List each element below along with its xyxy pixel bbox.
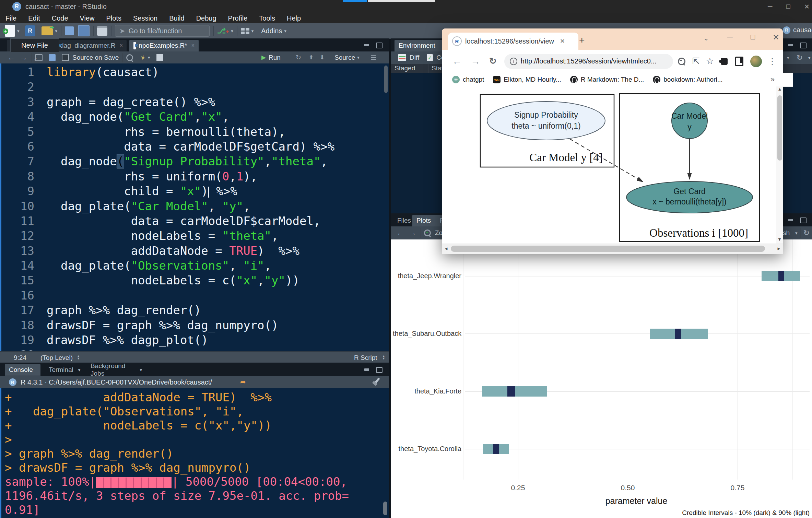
bookmark-r[interactable]: R Markdown: The D... — [570, 76, 644, 83]
vscroll-thumb[interactable] — [777, 95, 782, 161]
maximize-pane-icon[interactable] — [376, 43, 383, 48]
menu-session[interactable]: Session — [133, 14, 157, 22]
zoom-plot-icon[interactable]: + — [424, 229, 431, 236]
run-button[interactable]: ▶ Run — [261, 54, 281, 61]
version-control-icon[interactable]: ⎇+ — [217, 26, 229, 35]
scroll-left-icon[interactable]: ◄ — [444, 246, 448, 251]
editor-tab-npoexamples[interactable]: npoExamples.R*× — [129, 40, 199, 51]
find-icon[interactable] — [126, 54, 133, 61]
file-type-selector[interactable]: R Script — [354, 354, 377, 362]
popout-icon[interactable]: ↗ — [35, 54, 43, 61]
console-scrollbar[interactable] — [383, 502, 387, 515]
publish-label[interactable]: sh — [783, 229, 790, 237]
scroll-right-icon[interactable]: ► — [777, 246, 781, 251]
side-panel-icon[interactable] — [735, 57, 743, 66]
browser-tab[interactable]: R localhost:15296/session/viewhtm ✕ — [448, 33, 578, 50]
close-tab-icon[interactable]: × — [120, 43, 123, 49]
refresh-caret-icon[interactable]: ▾ — [808, 55, 811, 60]
source-down-icon[interactable]: ⬇ — [320, 54, 325, 61]
console-output[interactable]: + addDataNode = TRUE) %>%+ dag_plate("Ob… — [0, 388, 389, 518]
browser-maximize-icon[interactable]: □ — [751, 33, 755, 42]
menu-debug[interactable]: Debug — [196, 14, 216, 22]
pull-caret-icon[interactable]: ▾ — [787, 55, 789, 60]
browser-back-icon[interactable]: ← — [452, 56, 462, 67]
menu-file[interactable]: File — [5, 14, 16, 22]
publish-caret-icon[interactable]: ▾ — [795, 231, 798, 236]
tab-terminal[interactable]: Terminal▾ — [45, 364, 83, 376]
extensions-icon[interactable] — [721, 58, 728, 65]
minimize-button[interactable]: ─ — [768, 3, 772, 10]
scroll-up-icon[interactable]: ▲ — [776, 86, 783, 92]
close-button[interactable]: ✕ — [804, 3, 810, 11]
code-editor[interactable]: 1library(causact)23graph = dag_create() … — [0, 63, 389, 351]
tab-environment[interactable]: Environment — [395, 40, 443, 51]
share-icon[interactable]: ⇱ — [692, 56, 700, 67]
goto-file-function-input[interactable]: ➤ Go to file/function — [115, 25, 210, 37]
next-plot-icon[interactable]: → — [409, 228, 416, 237]
open-file-caret-icon[interactable]: ▾ — [55, 28, 58, 34]
open-file-icon[interactable]: ➔ — [42, 26, 53, 35]
new-project-icon[interactable]: R — [25, 25, 35, 36]
menu-build[interactable]: Build — [169, 14, 184, 22]
site-info-icon[interactable]: i — [510, 58, 517, 65]
version-control-caret-icon[interactable]: ▾ — [231, 28, 233, 34]
source-button[interactable]: Source ▾ — [334, 54, 360, 61]
hscroll-thumb[interactable] — [451, 246, 765, 252]
address-bar[interactable]: i http://localhost:15296/session/viewhtm… — [504, 54, 673, 69]
wand-caret-icon[interactable]: ▾ — [148, 55, 150, 60]
editor-scrollbar[interactable] — [384, 66, 388, 93]
browser-vscrollbar[interactable]: ▲ ▼ — [776, 86, 783, 244]
scroll-down-icon[interactable]: ▼ — [777, 237, 782, 242]
menu-help[interactable]: Help — [287, 14, 301, 22]
back-icon[interactable]: ← — [8, 53, 15, 62]
panes-caret-icon[interactable]: ▾ — [251, 28, 254, 34]
project-button[interactable]: R causact — [783, 26, 812, 34]
browser-reload-icon[interactable]: ↻ — [489, 56, 497, 67]
menu-plots[interactable]: Plots — [106, 14, 121, 22]
menu-edit[interactable]: Edit — [28, 14, 40, 22]
compile-report-icon[interactable] — [156, 54, 163, 61]
browser-hscrollbar[interactable]: ◄ ► — [442, 244, 783, 254]
bookmark-chatgpt[interactable]: ✳chatgpt — [452, 76, 484, 83]
close-tab-icon[interactable]: ✕ — [560, 37, 565, 45]
refresh-icon[interactable]: ↻ — [797, 54, 803, 62]
save-icon[interactable] — [65, 26, 74, 35]
previous-plot-icon[interactable]: ← — [397, 228, 404, 237]
bookmark-elkton[interactable]: wuElkton, MD Hourly... — [493, 76, 561, 83]
workspace-panes-icon[interactable] — [241, 28, 249, 34]
browser-minimize-icon[interactable]: ─ — [727, 33, 733, 42]
new-tab-icon[interactable]: + — [579, 35, 585, 46]
addins-caret-icon[interactable]: ▾ — [284, 28, 286, 34]
goto-dir-icon[interactable]: ➦ — [240, 378, 246, 386]
new-file-caret-icon[interactable]: ▾ — [17, 28, 20, 34]
rerun-icon[interactable]: ↻ — [296, 54, 301, 61]
minimize-pane-icon[interactable] — [364, 44, 369, 46]
diff-button[interactable]: Diff — [410, 54, 419, 61]
browser-menu-icon[interactable]: ⋮ — [768, 57, 776, 66]
addins-button[interactable]: Addins — [261, 27, 282, 35]
editor-tab-dag-diagrammer[interactable]: dag_diagrammer.R× — [53, 40, 127, 51]
minimize-pane-icon[interactable] — [788, 44, 793, 46]
maximize-pane-icon[interactable] — [800, 217, 807, 223]
save-all-icon[interactable] — [78, 25, 90, 36]
tab-background-jobs[interactable]: Background Jobs▾ — [86, 364, 146, 376]
tab-console[interactable]: Console — [5, 364, 40, 376]
source-on-save-checkbox[interactable] — [62, 54, 69, 61]
bookmark-star-icon[interactable]: ☆ — [706, 56, 714, 67]
print-icon[interactable] — [97, 26, 107, 36]
maximize-button[interactable]: □ — [786, 3, 790, 10]
save-icon[interactable] — [49, 54, 56, 61]
forward-icon[interactable]: → — [20, 53, 27, 62]
menu-view[interactable]: View — [80, 14, 95, 22]
new-file-icon[interactable]: + — [5, 25, 15, 37]
refresh-plot-icon[interactable]: ↻ — [803, 229, 810, 237]
tab-search-chevron-icon[interactable]: ⌄ — [703, 34, 709, 42]
magic-wand-icon[interactable]: ✶ — [138, 52, 148, 62]
menu-code[interactable]: Code — [52, 14, 68, 22]
menu-profile[interactable]: Profile — [228, 14, 248, 22]
minimize-pane-icon[interactable] — [788, 219, 793, 221]
zoom-out-icon[interactable] — [678, 58, 685, 65]
browser-close-icon[interactable]: ✕ — [773, 33, 779, 42]
profile-avatar[interactable] — [750, 56, 762, 67]
clear-console-icon[interactable] — [374, 377, 380, 384]
